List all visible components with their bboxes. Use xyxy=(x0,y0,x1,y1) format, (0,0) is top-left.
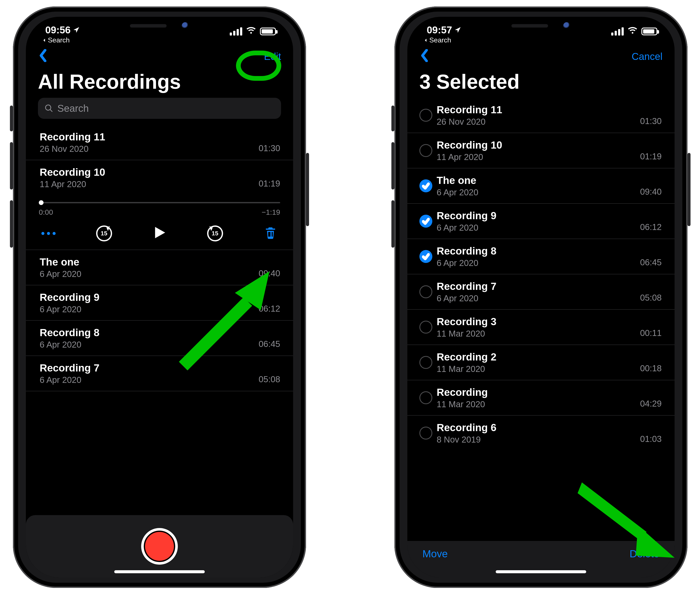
recording-name: Recording 9 xyxy=(39,291,259,303)
record-button[interactable] xyxy=(141,528,178,565)
phone-left-frame: 09:56 Search xyxy=(13,6,306,588)
selection-checkbox[interactable] xyxy=(420,321,432,334)
recordings-list-editing[interactable]: Recording 1126 Nov 202001:30Recording 10… xyxy=(407,98,675,451)
recording-date: 11 Mar 2020 xyxy=(437,399,640,409)
status-time: 09:56 xyxy=(45,24,80,36)
list-item[interactable]: Recording 11 26 Nov 2020 01:30 xyxy=(26,125,293,160)
trash-icon xyxy=(264,226,277,242)
recording-name: Recording 11 xyxy=(437,104,640,116)
notch xyxy=(481,17,601,35)
volume-down-button xyxy=(10,200,13,248)
skip-back-icon: 15 xyxy=(96,225,112,242)
selection-checkbox[interactable] xyxy=(420,109,432,122)
list-item[interactable]: Recording 8 6 Apr 2020 06:45 xyxy=(26,321,293,356)
selection-checkbox[interactable] xyxy=(420,356,432,369)
selection-checkbox[interactable] xyxy=(420,179,432,192)
recording-date: 11 Mar 2020 xyxy=(437,364,640,374)
list-item[interactable]: Recording 211 Mar 202000:18 xyxy=(407,345,675,380)
list-item[interactable]: The one6 Apr 202009:40 xyxy=(407,168,675,204)
status-back-to-search[interactable]: Search xyxy=(424,36,451,44)
recording-date: 6 Apr 2020 xyxy=(39,340,259,349)
recording-duration: 06:12 xyxy=(640,222,662,232)
list-item[interactable]: Recording 76 Apr 202005:08 xyxy=(407,274,675,310)
selection-checkbox[interactable] xyxy=(420,285,432,298)
recording-duration: 00:11 xyxy=(640,328,662,338)
recording-duration: 09:40 xyxy=(259,268,280,278)
volume-up-button xyxy=(392,142,395,190)
recording-date: 6 Apr 2020 xyxy=(39,305,259,314)
player-controls: 0:00 −1:19 15 15 xyxy=(26,195,293,250)
search-input[interactable]: Search xyxy=(38,98,281,119)
list-item-expanded[interactable]: Recording 10 11 Apr 2020 01:19 xyxy=(26,160,293,195)
checkmark-icon xyxy=(422,253,430,260)
move-button[interactable]: Move xyxy=(423,548,448,560)
recording-duration: 01:30 xyxy=(259,143,280,153)
scrubber[interactable] xyxy=(39,199,280,207)
checkmark-icon xyxy=(422,182,430,190)
list-item[interactable]: Recording 9 6 Apr 2020 06:12 xyxy=(26,285,293,321)
checkmark-icon xyxy=(422,217,430,225)
ellipsis-icon xyxy=(42,232,56,235)
scrub-remaining: −1:19 xyxy=(262,208,280,217)
recording-duration: 01:30 xyxy=(640,116,662,126)
volume-down-button xyxy=(392,200,395,248)
recording-name: Recording 8 xyxy=(39,327,259,339)
recording-name: Recording 7 xyxy=(437,280,640,292)
recording-name: The one xyxy=(437,174,640,186)
status-right-cluster xyxy=(230,25,276,37)
nav-back-button[interactable] xyxy=(420,49,430,64)
recording-name: Recording 11 xyxy=(39,131,259,143)
list-item[interactable]: Recording 1011 Apr 202001:19 xyxy=(407,133,675,168)
list-fade xyxy=(407,528,675,541)
edit-button[interactable]: Edit xyxy=(264,51,281,62)
selection-checkbox[interactable] xyxy=(420,391,432,404)
recording-duration: 04:29 xyxy=(640,399,662,408)
volume-up-button xyxy=(10,142,13,190)
recording-date: 6 Apr 2020 xyxy=(39,269,259,279)
recording-date: 26 Nov 2020 xyxy=(437,117,640,126)
home-indicator[interactable] xyxy=(114,570,205,573)
recording-duration: 05:08 xyxy=(259,374,280,384)
location-arrow-icon xyxy=(73,24,80,36)
nav-back-button[interactable] xyxy=(38,49,49,64)
delete-recording-button[interactable] xyxy=(261,224,280,243)
page-title: All Recordings xyxy=(26,69,293,98)
recording-date: 6 Apr 2020 xyxy=(437,223,640,233)
recording-duration: 05:08 xyxy=(640,293,662,303)
scrub-pos: 0:00 xyxy=(39,208,53,217)
recording-date: 26 Nov 2020 xyxy=(39,144,259,154)
notch xyxy=(99,17,220,35)
recording-name: Recording 9 xyxy=(437,210,640,222)
recording-duration: 06:45 xyxy=(640,258,662,267)
list-item[interactable]: The one 6 Apr 2020 09:40 xyxy=(26,250,293,285)
search-icon xyxy=(45,104,53,113)
skip-fwd-15-button[interactable]: 15 xyxy=(206,224,225,243)
recording-duration: 09:40 xyxy=(640,187,662,197)
list-item[interactable]: Recording 96 Apr 202006:12 xyxy=(407,204,675,239)
selection-checkbox[interactable] xyxy=(420,427,432,440)
selection-checkbox[interactable] xyxy=(420,250,432,263)
recording-date: 6 Apr 2020 xyxy=(437,293,640,303)
list-item[interactable]: Recording 86 Apr 202006:45 xyxy=(407,239,675,274)
skip-fwd-icon: 15 xyxy=(207,225,223,242)
list-item[interactable]: Recording 68 Nov 201901:03 xyxy=(407,416,675,451)
recording-duration: 01:03 xyxy=(640,434,662,444)
home-indicator[interactable] xyxy=(496,570,586,573)
battery-icon xyxy=(641,28,657,35)
status-back-to-search[interactable]: Search xyxy=(42,36,70,44)
play-button[interactable] xyxy=(150,224,169,243)
selection-checkbox[interactable] xyxy=(420,215,432,228)
list-item[interactable]: Recording 1126 Nov 202001:30 xyxy=(407,98,675,133)
list-item[interactable]: Recording 7 6 Apr 2020 05:08 xyxy=(26,356,293,391)
mute-switch xyxy=(10,106,13,131)
recordings-list[interactable]: Recording 11 26 Nov 2020 01:30 Recording… xyxy=(26,125,293,391)
selection-checkbox[interactable] xyxy=(420,144,432,157)
list-item[interactable]: Recording 311 Mar 202000:11 xyxy=(407,310,675,345)
delete-button[interactable]: Delete xyxy=(629,548,659,560)
cellular-bars-icon xyxy=(611,27,624,35)
status-right-cluster xyxy=(611,25,657,37)
more-options-button[interactable] xyxy=(39,224,58,243)
list-item[interactable]: Recording11 Mar 202004:29 xyxy=(407,380,675,416)
skip-back-15-button[interactable]: 15 xyxy=(95,224,114,243)
cancel-button[interactable]: Cancel xyxy=(632,51,663,62)
